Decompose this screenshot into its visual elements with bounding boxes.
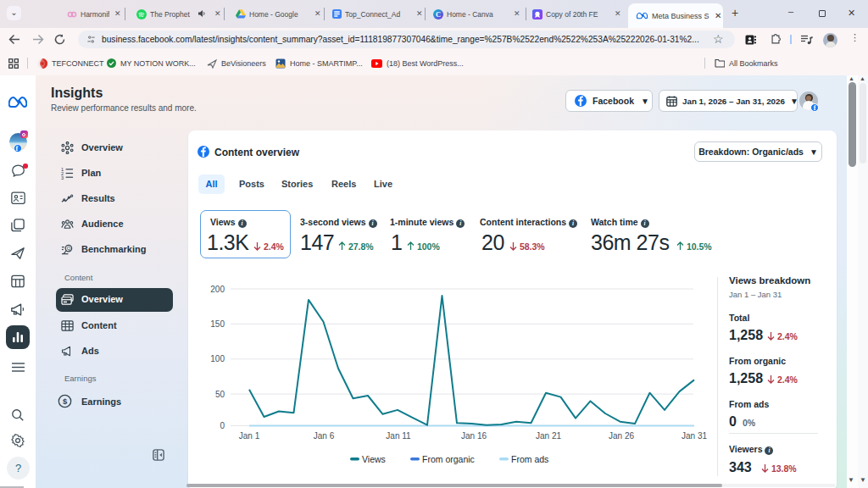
svg-text:Jan 6: Jan 6 — [314, 431, 335, 441]
svg-text:C: C — [436, 10, 441, 19]
svg-text:Jan 11: Jan 11 — [386, 431, 411, 441]
svg-text:Jan 21: Jan 21 — [536, 431, 561, 441]
svg-text:50: 50 — [215, 390, 225, 399]
svg-text:From ads: From ads — [511, 454, 548, 464]
svg-text:Jan 26: Jan 26 — [609, 431, 634, 441]
svg-text:3: 3 — [61, 175, 64, 180]
svg-text:Q: Q — [67, 245, 71, 251]
svg-text:$: $ — [63, 396, 68, 406]
svg-text:Jan 16: Jan 16 — [461, 431, 487, 441]
svg-text:Jan 1: Jan 1 — [239, 431, 260, 441]
svg-text:150: 150 — [210, 319, 225, 329]
svg-text:From organic: From organic — [422, 454, 475, 464]
svg-text:100: 100 — [210, 354, 225, 363]
svg-text:0: 0 — [220, 421, 225, 430]
svg-text:Views: Views — [362, 454, 386, 464]
svg-text:Jan 31: Jan 31 — [682, 431, 707, 441]
svg-text:200: 200 — [210, 285, 225, 294]
